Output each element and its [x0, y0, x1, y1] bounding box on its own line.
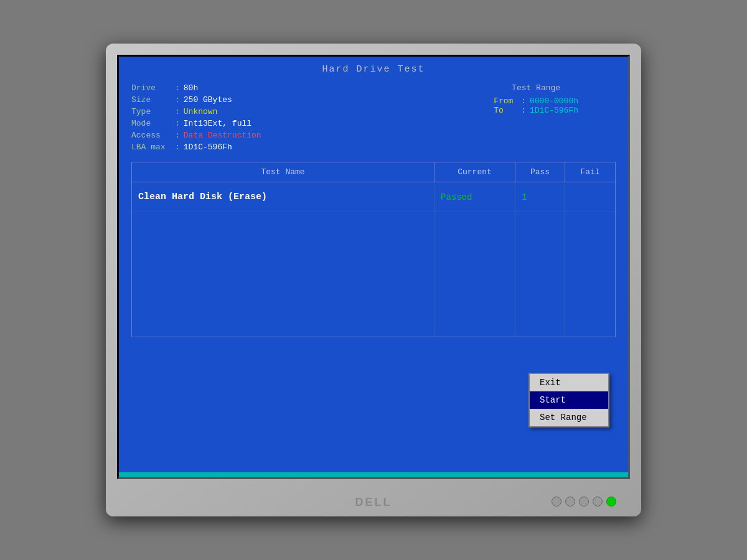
type-row: Type : Unknown: [131, 107, 261, 116]
table-row: Clean Hard Disk (Erase) Passed 1: [132, 182, 615, 212]
dell-logo: DELL: [355, 496, 392, 509]
to-label: To: [494, 106, 517, 115]
from-label: From: [494, 96, 517, 106]
monitor-button-4[interactable]: [593, 497, 603, 506]
col-pass: Pass: [515, 162, 565, 182]
access-value: Data Destruction: [184, 131, 261, 140]
size-value: 250 GBytes: [184, 95, 232, 105]
empty-table-area: [132, 212, 615, 337]
test-range-title: Test Range: [494, 83, 578, 93]
monitor-power-button[interactable]: [606, 497, 616, 506]
mode-row: Mode : Int13Ext, full: [131, 119, 261, 128]
menu-item-exit[interactable]: Exit: [530, 374, 608, 391]
from-row: From : 0000-0000h: [494, 96, 578, 106]
drive-label: Drive: [131, 83, 175, 93]
context-menu[interactable]: Exit Start Set Range: [529, 373, 609, 427]
access-label: Access: [131, 131, 175, 140]
col-current: Current: [435, 162, 515, 182]
right-info: Test Range From : 0000-0000h To : 1D1C-5…: [494, 83, 578, 152]
col-test-name: Test Name: [132, 162, 435, 182]
cell-fail: [565, 182, 615, 212]
col-fail: Fail: [565, 162, 615, 182]
lba-label: LBA max: [131, 142, 175, 152]
screen-content: Hard Drive Test Drive : 80h Size : 250 G…: [119, 57, 628, 477]
access-row: Access : Data Destruction: [131, 131, 261, 140]
to-row: To : 1D1C-596Fh: [494, 106, 578, 115]
mode-value: Int13Ext, full: [184, 119, 251, 128]
menu-item-start[interactable]: Start: [530, 391, 608, 409]
results-table: Test Name Current Pass Fail Clean Hard D…: [131, 162, 616, 337]
left-info: Drive : 80h Size : 250 GBytes Type : Unk…: [131, 83, 261, 152]
monitor-button-3[interactable]: [579, 497, 589, 506]
type-label: Type: [131, 107, 175, 116]
size-row: Size : 250 GBytes: [131, 95, 261, 105]
cell-pass: 1: [515, 182, 565, 212]
screen-bezel: [119, 472, 628, 477]
type-value: Unknown: [184, 107, 218, 116]
cell-test-name: Clean Hard Disk (Erase): [132, 182, 435, 212]
table-body: Clean Hard Disk (Erase) Passed 1: [132, 182, 615, 337]
monitor-button-2[interactable]: [565, 497, 575, 506]
monitor-button-1[interactable]: [552, 497, 561, 506]
size-label: Size: [131, 95, 175, 105]
from-value: 0000-0000h: [530, 96, 578, 106]
screen: Hard Drive Test Drive : 80h Size : 250 G…: [117, 55, 630, 479]
to-value: 1D1C-596Fh: [530, 106, 578, 115]
lba-value: 1D1C-596Fh: [184, 142, 232, 152]
screen-title: Hard Drive Test: [131, 64, 616, 75]
cell-current: Passed: [435, 182, 515, 212]
drive-row: Drive : 80h: [131, 83, 261, 93]
lba-row: LBA max : 1D1C-596Fh: [131, 142, 261, 152]
info-section: Drive : 80h Size : 250 GBytes Type : Unk…: [131, 83, 616, 152]
mode-label: Mode: [131, 119, 175, 128]
drive-value: 80h: [184, 83, 198, 93]
menu-item-set-range[interactable]: Set Range: [530, 409, 608, 426]
monitor-controls: [552, 497, 616, 506]
monitor: Hard Drive Test Drive : 80h Size : 250 G…: [106, 44, 641, 516]
table-header: Test Name Current Pass Fail: [132, 162, 615, 182]
